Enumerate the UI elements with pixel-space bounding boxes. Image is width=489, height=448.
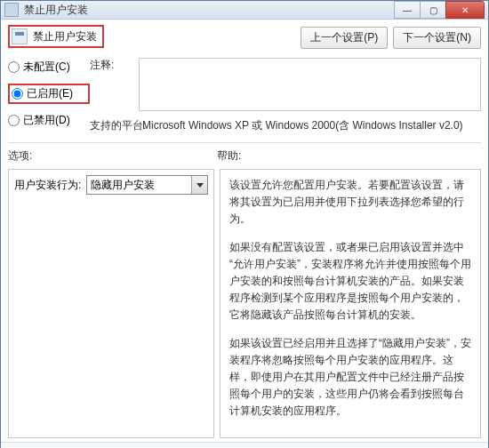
radio-not-configured-input[interactable] xyxy=(8,61,20,73)
policy-editor-window: 禁止用户安装 — ▢ ✕ 禁止用户安装 上一个设置(P) 下一个设置(N) 未配 xyxy=(0,0,489,448)
config-grid: 未配置(C) 已启用(E) 已禁用(D) 注释: 支持的平台: Microsof… xyxy=(8,58,481,133)
content-area: 禁止用户安装 上一个设置(P) 下一个设置(N) 未配置(C) 已启用(E) xyxy=(1,20,488,442)
radio-disabled-input[interactable] xyxy=(8,115,20,126)
help-pane: 该设置允许您配置用户安装。若要配置该设置，请将其设置为已启用并使用下拉列表选择您… xyxy=(220,169,481,438)
prev-setting-button[interactable]: 上一个设置(P) xyxy=(301,27,388,49)
policy-icon xyxy=(12,28,28,44)
radio-disabled-label: 已禁用(D) xyxy=(23,113,70,128)
nav-buttons: 上一个设置(P) 下一个设置(N) xyxy=(301,25,481,49)
platform-value: Microsoft Windows XP 或 Windows 2000(含 Wi… xyxy=(139,118,481,133)
comment-label: 注释: xyxy=(90,58,139,73)
lower-panes: 用户安装行为: 隐藏用户安装 该设置允许您配置用户安装。若要配置该设置，请将其设… xyxy=(8,169,481,438)
radio-enabled[interactable]: 已启用(E) xyxy=(12,86,73,101)
titlebar: 禁止用户安装 — ▢ ✕ xyxy=(1,1,488,20)
next-setting-button[interactable]: 下一个设置(N) xyxy=(393,27,481,49)
help-label: 帮助: xyxy=(217,148,481,164)
close-button[interactable]: ✕ xyxy=(445,1,485,19)
app-icon xyxy=(4,3,19,17)
options-pane: 用户安装行为: 隐藏用户安装 xyxy=(8,169,214,438)
section-labels: 选项: 帮助: xyxy=(8,148,481,164)
state-radios: 未配置(C) 已启用(E) 已禁用(D) xyxy=(8,58,90,128)
options-label: 选项: xyxy=(8,148,217,164)
maximize-button[interactable]: ▢ xyxy=(420,1,446,19)
minimize-button[interactable]: — xyxy=(394,1,421,19)
policy-title-box: 禁止用户安装 xyxy=(8,25,104,48)
policy-title: 禁止用户安装 xyxy=(33,29,97,44)
divider xyxy=(8,142,481,143)
behavior-combo-value: 隐藏用户安装 xyxy=(91,178,155,193)
radio-enabled-input[interactable] xyxy=(12,88,23,100)
behavior-label: 用户安装行为: xyxy=(14,175,81,193)
help-p2: 如果没有配置该设置，或者果已启用该设置并选中“允许用户安装”，安装程序将允许并使… xyxy=(229,239,471,324)
radio-enabled-label: 已启用(E) xyxy=(27,86,73,101)
header-row: 禁止用户安装 上一个设置(P) 下一个设置(N) xyxy=(8,25,481,49)
radio-disabled[interactable]: 已禁用(D) xyxy=(8,113,90,128)
help-p1: 该设置允许您配置用户安装。若要配置该设置，请将其设置为已启用并使用下拉列表选择您… xyxy=(229,177,471,228)
radio-not-configured[interactable]: 未配置(C) xyxy=(8,60,90,75)
chevron-down-icon[interactable] xyxy=(191,176,207,194)
help-p3: 如果该设置已经启用并且选择了“隐藏用户安装”，安装程序将忽略按照每个用户安装的应… xyxy=(229,335,471,420)
radio-enabled-highlight: 已启用(E) xyxy=(8,84,90,104)
comment-textarea[interactable] xyxy=(139,58,481,111)
radio-not-configured-label: 未配置(C) xyxy=(23,60,70,75)
platform-label: 支持的平台: xyxy=(90,118,139,133)
window-title: 禁止用户安装 xyxy=(24,3,395,18)
behavior-combo[interactable]: 隐藏用户安装 xyxy=(86,175,208,195)
footer: 确定 取消 应用(A) xyxy=(1,442,488,448)
window-buttons: — ▢ ✕ xyxy=(395,1,485,19)
